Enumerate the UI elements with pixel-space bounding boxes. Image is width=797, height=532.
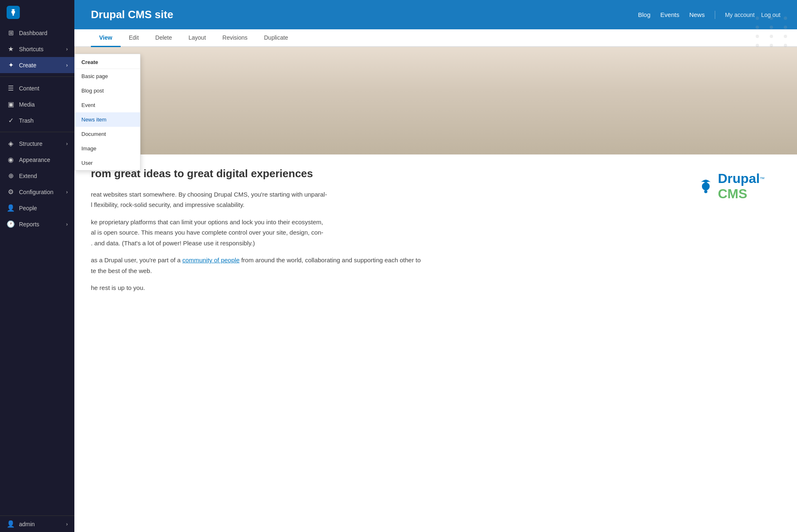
sidebar-item-label: Shortcuts	[19, 46, 43, 52]
sidebar-item-label: Configuration	[19, 189, 53, 195]
dropdown-item-basic-page[interactable]: Basic page	[75, 69, 140, 83]
article-paragraph-3: as a Drupal user, you're part of a commu…	[91, 255, 681, 276]
appearance-icon: ◉	[7, 156, 15, 164]
sidebar-divider-1	[0, 76, 74, 77]
dropdown-item-news-item[interactable]: News item	[75, 112, 140, 127]
sidebar-divider-2	[0, 132, 74, 132]
desk-surface	[74, 47, 797, 154]
sidebar-logo	[0, 0, 74, 25]
site-nav: Blog Events News My account Log out	[638, 11, 780, 19]
chevron-right-icon: ›	[66, 189, 68, 195]
hero-image	[74, 47, 797, 154]
sidebar-item-create[interactable]: ✦ Create ›	[0, 57, 74, 73]
dropdown-item-event[interactable]: Event	[75, 98, 140, 112]
media-icon: ▣	[7, 100, 15, 108]
chevron-right-icon: ›	[66, 521, 68, 527]
sidebar-item-dashboard[interactable]: ⊞ Dashboard	[0, 25, 74, 41]
sidebar-bottom: 👤 admin ›	[0, 515, 74, 532]
structure-icon: ◈	[7, 140, 15, 147]
sidebar-item-structure[interactable]: ◈ Structure ›	[0, 135, 74, 152]
sidebar-item-appearance[interactable]: ◉ Appearance	[0, 152, 74, 168]
chevron-right-icon: ›	[66, 62, 68, 68]
config-icon: ⚙	[7, 188, 15, 196]
cms-text: CMS	[718, 186, 747, 201]
site-nav-secondary: My account Log out	[725, 12, 780, 18]
tab-revisions[interactable]: Revisions	[214, 29, 256, 47]
nav-blog[interactable]: Blog	[638, 11, 650, 18]
sidebar-item-label: Reports	[19, 221, 39, 228]
svg-point-0	[12, 14, 14, 16]
site-header: Drupal CMS site Blog Events News My acco…	[74, 0, 797, 29]
sidebar-item-content[interactable]: ☰ Content	[0, 80, 74, 96]
main-content: Drupal CMS site Blog Events News My acco…	[74, 0, 797, 532]
tab-layout[interactable]: Layout	[180, 29, 214, 47]
tab-delete[interactable]: Delete	[147, 29, 180, 47]
sidebar-item-media[interactable]: ▣ Media	[0, 96, 74, 112]
sidebar-item-configuration[interactable]: ⚙ Configuration ›	[0, 184, 74, 200]
sidebar-item-trash[interactable]: ✓ Trash	[0, 112, 74, 128]
nav-events[interactable]: Events	[660, 11, 679, 18]
sidebar-item-label: Appearance	[19, 157, 50, 163]
dropdown-item-user[interactable]: User	[75, 156, 140, 170]
reports-icon: 🕐	[7, 220, 15, 228]
drupal-text: Drupal	[718, 171, 760, 186]
content-icon: ☰	[7, 84, 15, 92]
create-dropdown-menu: Create Basic page Blog post Event News i…	[74, 54, 140, 171]
chevron-right-icon: ›	[66, 221, 68, 227]
nav-my-account[interactable]: My account	[725, 12, 755, 18]
article-content: rom great ideas to great digital experie…	[74, 154, 797, 312]
sidebar: ⊞ Dashboard ★ Shortcuts › ✦ Create › ☰ C…	[0, 0, 74, 532]
site-title: Drupal CMS site	[91, 8, 173, 21]
article-paragraph-4: he rest is up to you.	[91, 283, 681, 293]
nav-divider	[715, 11, 715, 19]
extend-icon: ⊕	[7, 172, 15, 180]
content-tabs: View Edit Delete Layout Revisions Duplic…	[74, 29, 797, 47]
dropdown-menu-title: Create	[75, 54, 140, 69]
drupal-drop-icon	[698, 176, 714, 196]
sidebar-item-label: Dashboard	[19, 30, 48, 36]
sidebar-item-label: Create	[19, 62, 36, 69]
chevron-right-icon: ›	[66, 46, 68, 52]
people-icon: 👤	[7, 204, 15, 212]
sidebar-item-label: Extend	[19, 173, 37, 179]
sidebar-item-reports[interactable]: 🕐 Reports ›	[0, 216, 74, 232]
sidebar-item-people[interactable]: 👤 People	[0, 200, 74, 216]
dropdown-item-image[interactable]: Image	[75, 141, 140, 156]
site-preview: Drupal CMS site Blog Events News My acco…	[74, 0, 797, 532]
star-icon: ★	[7, 45, 15, 53]
tab-edit[interactable]: Edit	[121, 29, 147, 47]
nav-news[interactable]: News	[689, 11, 705, 18]
article-sidebar-logo: Drupal™ CMS	[698, 167, 780, 300]
community-link[interactable]: community of people	[182, 256, 239, 264]
trash-icon: ✓	[7, 116, 15, 124]
tab-view[interactable]: View	[91, 29, 121, 47]
create-icon: ✦	[7, 61, 15, 69]
sidebar-item-label: Media	[19, 101, 35, 108]
article-body: rom great ideas to great digital experie…	[91, 167, 780, 300]
admin-icon: 👤	[7, 520, 15, 528]
article-paragraph-2: ke proprietary platforms that can limit …	[91, 217, 681, 249]
drupal-cms-logo: Drupal™ CMS	[698, 171, 780, 202]
sidebar-item-admin[interactable]: 👤 admin ›	[0, 516, 74, 532]
article-headline: rom great ideas to great digital experie…	[91, 167, 681, 181]
sidebar-item-extend[interactable]: ⊕ Extend	[0, 168, 74, 184]
sidebar-item-shortcuts[interactable]: ★ Shortcuts ›	[0, 41, 74, 57]
dropdown-item-document[interactable]: Document	[75, 127, 140, 141]
sidebar-item-label: People	[19, 205, 37, 211]
article-paragraph-1: reat websites start somewhere. By choosi…	[91, 189, 681, 210]
sidebar-item-label: Structure	[19, 140, 43, 147]
chevron-right-icon: ›	[66, 141, 68, 147]
drupal-logo-icon	[7, 6, 20, 19]
sidebar-admin-label: admin	[19, 521, 35, 527]
tab-duplicate[interactable]: Duplicate	[256, 29, 296, 47]
nav-log-out[interactable]: Log out	[761, 12, 780, 18]
dropdown-item-blog-post[interactable]: Blog post	[75, 83, 140, 98]
sidebar-item-label: Trash	[19, 117, 33, 124]
sidebar-item-label: Content	[19, 85, 39, 92]
article-text: rom great ideas to great digital experie…	[91, 167, 681, 300]
dashboard-icon: ⊞	[7, 29, 15, 37]
svg-point-24	[704, 190, 707, 193]
